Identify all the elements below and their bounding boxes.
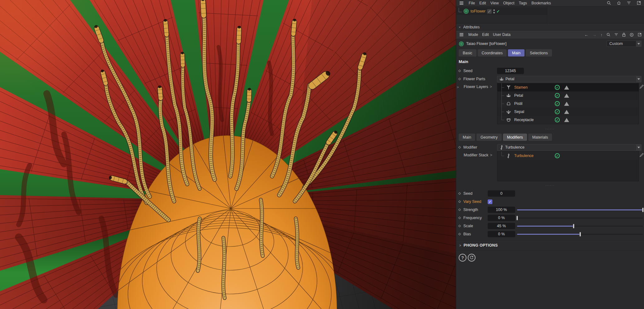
popout-icon[interactable] (638, 33, 642, 37)
pick-pencil-icon[interactable] (640, 153, 644, 158)
tab-materials[interactable]: Materials (528, 134, 552, 141)
layer-label: Stamen (514, 85, 555, 90)
tab-main[interactable]: Main (508, 49, 524, 56)
layer-row-receptacle[interactable]: Receptacle ✓ (497, 116, 639, 124)
viewport-render[interactable] (0, 0, 456, 309)
scale-slider[interactable] (517, 223, 643, 229)
triangle-icon[interactable] (564, 102, 569, 106)
expander-icon[interactable]: > (490, 153, 492, 157)
key-diamond-icon[interactable] (458, 233, 461, 235)
menu-object[interactable]: Object (503, 1, 515, 5)
enabled-check-icon[interactable]: ✓ (555, 153, 560, 158)
popout-icon[interactable] (636, 0, 642, 6)
chevron-down-icon[interactable] (636, 145, 641, 150)
tab-selections[interactable]: Selections (526, 49, 552, 56)
enabled-check-icon[interactable]: ✓ (496, 9, 500, 14)
search-icon[interactable] (607, 33, 610, 37)
preset-dropdown[interactable]: Custom (607, 41, 642, 47)
flower-object-icon[interactable] (463, 8, 469, 14)
key-diamond-icon[interactable] (458, 146, 461, 149)
key-diamond-icon[interactable] (458, 70, 461, 72)
vary-seed-checkbox[interactable]: ✓ (488, 199, 492, 204)
stamen-icon (506, 85, 512, 90)
frequency-slider[interactable] (517, 215, 643, 221)
param-bias-row: Bias 0 % (456, 230, 644, 238)
hamburger-menu-icon[interactable] (459, 0, 464, 6)
filter-icon[interactable] (614, 33, 618, 36)
up-arrow-icon[interactable]: ↑ (601, 32, 603, 37)
param-label: Frequency (463, 216, 482, 220)
menu-bookmarks[interactable]: Bookmarks (531, 1, 551, 5)
menu-edit[interactable]: Edit (482, 32, 489, 37)
viewport-3d[interactable] (0, 0, 456, 309)
tab-basic[interactable]: Basic (459, 49, 476, 56)
expander-icon[interactable]: > (490, 85, 492, 89)
tab-main-sub[interactable]: Main (459, 134, 475, 141)
param-bias-input[interactable]: 0 % (488, 231, 515, 237)
key-diamond-icon[interactable] (458, 200, 461, 203)
menu-mode[interactable]: Mode (468, 32, 478, 37)
chevron-down-icon[interactable] (636, 76, 641, 82)
phong-options-header[interactable]: > PHONG OPTIONS (456, 241, 644, 250)
param-frequency-input[interactable]: 0 % (488, 215, 515, 221)
chevron-down-icon[interactable] (636, 41, 641, 47)
pick-pencil-icon[interactable] (640, 85, 644, 90)
key-diamond-icon[interactable] (458, 192, 461, 195)
triangle-icon[interactable] (564, 94, 569, 98)
enabled-check-icon[interactable]: ✓ (555, 85, 560, 90)
flower-parts-dropdown[interactable]: Petal (497, 76, 642, 82)
triangle-icon[interactable] (564, 86, 569, 90)
menu-edit[interactable]: Edit (479, 1, 486, 5)
param-strength-input[interactable]: 100 % (488, 207, 515, 213)
enabled-check-icon[interactable]: ✓ (555, 117, 560, 122)
modifier-dropdown[interactable]: Turbulence (497, 144, 642, 151)
triangle-icon[interactable] (564, 118, 569, 122)
splitter-handle[interactable]: ······ (456, 124, 644, 134)
strength-slider[interactable] (517, 207, 643, 213)
key-diamond-icon[interactable] (458, 208, 461, 211)
back-arrow-icon[interactable]: ← (584, 32, 588, 37)
menu-view[interactable]: View (490, 1, 499, 5)
close-icon[interactable]: × (459, 25, 461, 29)
tab-geometry[interactable]: Geometry (476, 134, 502, 141)
home-icon[interactable] (616, 0, 622, 6)
triangle-icon[interactable] (564, 110, 569, 114)
reset-button[interactable] (468, 254, 476, 262)
layer-row-sepal[interactable]: Sepal ✓ (497, 108, 639, 116)
stack-row-turbulence[interactable]: Turbulence ✓ (497, 152, 639, 160)
tab-modifiers[interactable]: Modifiers (503, 134, 527, 141)
layer-row-pistil[interactable]: Pistil ✓ (497, 100, 639, 108)
bias-slider[interactable] (517, 231, 643, 237)
enabled-check-icon[interactable]: ✓ (555, 109, 560, 114)
tab-coordinates[interactable]: Coordinates (478, 49, 507, 56)
param-seed-input[interactable]: 0 (488, 190, 515, 197)
menu-file[interactable]: File (469, 1, 475, 5)
param-scale-input[interactable]: 45 % (488, 223, 515, 229)
search-icon[interactable] (606, 0, 612, 6)
menu-user-data[interactable]: User Data (493, 32, 510, 37)
splitter-handle[interactable]: ······ (456, 181, 644, 189)
help-button[interactable]: ? (459, 254, 466, 262)
preset-value: Custom (607, 42, 636, 46)
key-diamond-icon[interactable] (458, 217, 461, 219)
enabled-check-icon[interactable]: ✓ (555, 93, 560, 98)
menu-tags[interactable]: Tags (519, 1, 527, 5)
filter-icon[interactable] (626, 0, 632, 6)
object-row-toflower[interactable]: toFlower ✓ (456, 7, 547, 15)
layer-row-stamen[interactable]: Stamen ✓ (497, 83, 639, 91)
edit-tag-icon[interactable] (487, 9, 492, 14)
forward-arrow-icon[interactable]: → (593, 32, 597, 37)
hamburger-menu-icon[interactable] (459, 32, 464, 37)
key-diamond-icon[interactable] (458, 78, 461, 80)
layer-label: Sepal (514, 110, 555, 114)
flower-parts-value: Petal (505, 77, 636, 81)
visibility-dots-icon[interactable] (493, 9, 495, 13)
lock-icon[interactable] (622, 33, 626, 37)
seed-input[interactable]: 12345 (497, 68, 524, 74)
panel-expander-icon[interactable]: > (457, 85, 459, 89)
enabled-check-icon[interactable]: ✓ (555, 101, 560, 106)
target-icon[interactable] (630, 33, 634, 37)
layer-row-petal[interactable]: Petal ✓ (497, 91, 639, 100)
key-diamond-icon[interactable] (458, 225, 461, 227)
object-name[interactable]: toFlower (471, 9, 485, 13)
